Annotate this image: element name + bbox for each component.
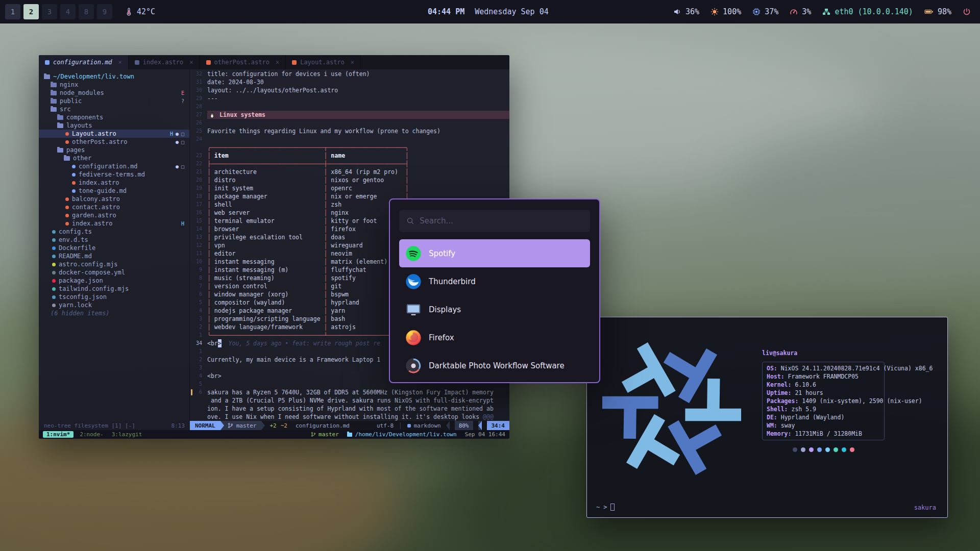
- tree-row[interactable]: (6 hidden items): [39, 309, 189, 317]
- tab-label: otherPost.astro: [214, 59, 270, 66]
- module-network[interactable]: eth0 (10.0.0.140): [822, 7, 913, 16]
- close-tab-icon[interactable]: ×: [351, 59, 354, 66]
- folder-open-icon: [57, 148, 63, 153]
- cursor-block: >: [218, 339, 222, 347]
- module-cpu[interactable]: 3%: [790, 7, 811, 16]
- workspace-button-2[interactable]: 2: [23, 4, 39, 19]
- editor-line: ion. I have a setup consisting of Hyprla…: [190, 405, 509, 413]
- module-volume[interactable]: 36%: [673, 7, 699, 16]
- tree-row[interactable]: otherPost.astro●□: [39, 138, 189, 146]
- file-icon: [72, 165, 76, 168]
- memory-icon: [752, 8, 761, 16]
- launcher-item[interactable]: Spotify: [399, 239, 590, 267]
- network-icon: [822, 8, 830, 16]
- module-battery[interactable]: 98%: [924, 7, 951, 16]
- system-tray: 36%100%37%3%eth0 (10.0.0.140)98%: [673, 7, 980, 16]
- editor-tab[interactable]: index.astro×: [129, 55, 200, 69]
- search-placeholder: Search...: [420, 216, 453, 226]
- badge: ●: [176, 164, 179, 169]
- line-number: 1: [190, 331, 207, 339]
- tmux-window[interactable]: 2:node-: [78, 431, 105, 438]
- tree-item-label: tsconfig.json: [59, 293, 107, 300]
- table-border: │: [207, 225, 214, 233]
- tree-row[interactable]: README.md: [39, 252, 189, 260]
- table-border: │: [402, 152, 409, 160]
- tree-row[interactable]: node_modulesE: [39, 89, 189, 97]
- tree-row[interactable]: astro.config.mjs: [39, 260, 189, 268]
- line-number: 25: [190, 127, 207, 135]
- tree-badges: ?: [181, 98, 184, 104]
- app-launcher[interactable]: Search... SpotifyThunderbirdDisplaysFire…: [389, 198, 600, 383]
- tree-row[interactable]: src: [39, 105, 189, 113]
- tree-row[interactable]: docker-compose.yml: [39, 268, 189, 277]
- tree-row[interactable]: configuration.md●□: [39, 162, 189, 170]
- tree-row[interactable]: index.astroH: [39, 219, 189, 228]
- workspace-button-9[interactable]: 9: [97, 4, 112, 19]
- tree-row[interactable]: env.d.ts: [39, 236, 189, 244]
- folder-icon: [51, 83, 57, 87]
- tree-row[interactable]: garden.astro: [39, 211, 189, 219]
- module-memory[interactable]: 37%: [752, 7, 778, 16]
- close-tab-icon[interactable]: ×: [118, 59, 122, 66]
- tree-row[interactable]: layouts: [39, 121, 189, 130]
- tree-row[interactable]: tone-guide.md: [39, 187, 189, 195]
- nvim-statusline: neo-tree filesystem [1] [-] 8:13 NORMAL …: [39, 421, 509, 430]
- table-cell: web server: [214, 209, 321, 217]
- tree-row[interactable]: index.astro: [39, 179, 189, 187]
- close-tab-icon[interactable]: ×: [189, 59, 193, 66]
- tmux-window-list: 1:nvim*2:node-3:lazygit: [43, 431, 144, 438]
- line-number: 32: [190, 70, 207, 78]
- table-border: │: [207, 298, 214, 307]
- tree-row[interactable]: tsconfig.json: [39, 293, 189, 301]
- editor-tab[interactable]: otherPost.astro×: [200, 55, 286, 69]
- folder-open-icon: [51, 107, 57, 112]
- module-power[interactable]: [963, 8, 971, 16]
- search-input[interactable]: Search...: [399, 210, 590, 232]
- fastfetch-terminal[interactable]: liv@sakura OS: NixOS 24.11.20240828.71e9…: [586, 317, 948, 518]
- line-number: 5: [190, 298, 207, 307]
- firefox-icon: [405, 330, 422, 346]
- tmux-window[interactable]: 3:lazygit: [110, 431, 144, 438]
- folder-open-icon: [64, 156, 70, 161]
- tree-row[interactable]: tailwind.config.mjs: [39, 285, 189, 293]
- tree-item-label: layouts: [66, 122, 92, 129]
- editor-tab[interactable]: configuration.md×: [39, 55, 129, 69]
- tab-label: Layout.astro: [300, 59, 345, 66]
- tree-row[interactable]: contact.astro: [39, 203, 189, 211]
- launcher-item[interactable]: Firefox: [399, 323, 590, 352]
- module-brightness[interactable]: 100%: [710, 7, 741, 16]
- tree-row[interactable]: package.json: [39, 277, 189, 285]
- tree-row[interactable]: nginx: [39, 81, 189, 89]
- file-icon: [65, 222, 69, 226]
- fetch-value: Framework FRANMDCP05: [785, 373, 859, 380]
- editor-tab[interactable]: Layout.astro×: [286, 55, 361, 69]
- tmux-window[interactable]: 1:nvim*: [43, 431, 74, 438]
- shell-prompt[interactable]: ~ >: [596, 504, 615, 511]
- tree-row[interactable]: ~/Development/liv.town: [39, 72, 189, 81]
- tree-row[interactable]: pages: [39, 146, 189, 154]
- tree-row[interactable]: fediverse-terms.md: [39, 170, 189, 179]
- workspace-button-4[interactable]: 4: [60, 4, 76, 19]
- workspace-button-8[interactable]: 8: [79, 4, 94, 19]
- tree-row[interactable]: components: [39, 113, 189, 121]
- mode-indicator: NORMAL: [190, 421, 220, 430]
- file-icon: [52, 295, 56, 299]
- workspace-button-1[interactable]: 1: [5, 4, 20, 19]
- launcher-item-label: Firefox: [429, 333, 454, 342]
- launcher-item[interactable]: Darktable Photo Workflow Software: [399, 352, 590, 380]
- tree-row[interactable]: yarn.lock: [39, 301, 189, 309]
- tree-row[interactable]: public?: [39, 97, 189, 105]
- workspace-button-3[interactable]: 3: [42, 4, 57, 19]
- temperature-module: 42°C: [125, 7, 155, 16]
- tree-row[interactable]: balcony.astro: [39, 195, 189, 203]
- tree-row[interactable]: Dockerfile: [39, 244, 189, 252]
- fetch-info-line: Uptime: 21 hours: [767, 389, 880, 397]
- tree-row[interactable]: Layout.astroH●□: [39, 130, 189, 138]
- launcher-item[interactable]: Displays: [399, 295, 590, 323]
- tree-row[interactable]: config.ts: [39, 228, 189, 236]
- table-border: │: [321, 201, 331, 209]
- neotree-sidebar[interactable]: ~/Development/liv.townnginxnode_modulesE…: [39, 69, 190, 421]
- tree-row[interactable]: other: [39, 154, 189, 162]
- close-tab-icon[interactable]: ×: [276, 59, 279, 66]
- launcher-item[interactable]: Thunderbird: [399, 267, 590, 295]
